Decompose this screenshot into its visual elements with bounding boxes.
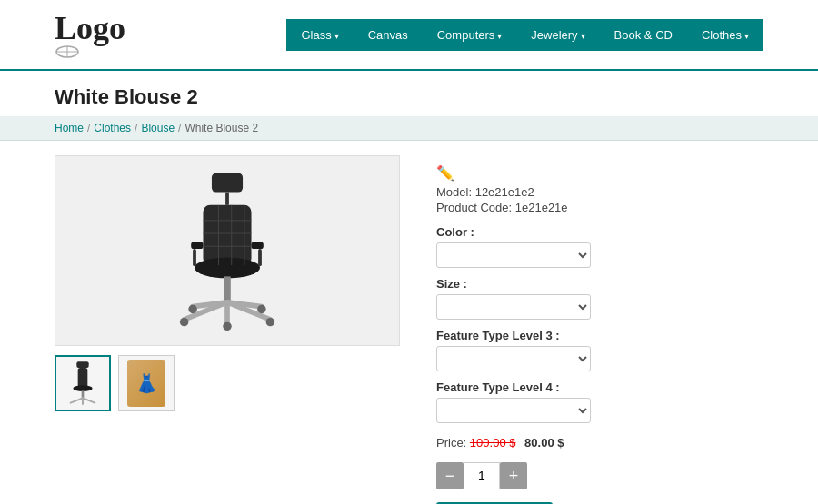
breadcrumb-blouse[interactable]: Blouse bbox=[141, 122, 175, 134]
breadcrumb-home[interactable]: Home bbox=[55, 122, 84, 134]
qty-increase-button[interactable]: + bbox=[500, 462, 527, 489]
model-value: 12e21e1e2 bbox=[475, 185, 534, 199]
nav-item-jewelery[interactable]: Jewelery▾ bbox=[516, 19, 599, 51]
thumbnail-1[interactable] bbox=[55, 355, 111, 411]
svg-point-6 bbox=[195, 258, 260, 279]
svg-rect-7 bbox=[224, 276, 231, 301]
svg-rect-4 bbox=[225, 193, 229, 205]
breadcrumb-sep-3: / bbox=[178, 122, 181, 134]
code-value: 1e21e21e bbox=[515, 201, 568, 214]
nav-item-canvas[interactable]: Canvas bbox=[354, 19, 423, 51]
breadcrumb-sep-2: / bbox=[135, 122, 137, 134]
logo: Logo bbox=[55, 9, 125, 60]
price-label: Price: bbox=[436, 436, 466, 450]
breadcrumb-current: White Blouse 2 bbox=[185, 122, 258, 134]
thumbnail-2[interactable]: 👗 bbox=[118, 355, 175, 411]
nav-item-computers[interactable]: Computers▾ bbox=[423, 19, 517, 51]
page-title-bar: White Blouse 2 bbox=[0, 71, 818, 116]
svg-point-13 bbox=[180, 318, 188, 326]
svg-line-32 bbox=[71, 398, 83, 402]
svg-rect-19 bbox=[252, 242, 264, 250]
nav-bar: Glass▾ Canvas Computers▾ Jewelery▾ Book … bbox=[286, 19, 763, 51]
feature3-label: Feature Type Level 3 : bbox=[436, 329, 763, 342]
nav-item-bookcd[interactable]: Book & CD bbox=[600, 19, 687, 51]
svg-rect-20 bbox=[193, 249, 196, 266]
nav-item-glass[interactable]: Glass▾ bbox=[286, 19, 353, 51]
product-details: ✏️ Model: 12e21e1e2 Product Code: 1e21e2… bbox=[436, 155, 763, 504]
price-new: 80.00 $ bbox=[524, 436, 564, 450]
size-select[interactable] bbox=[436, 294, 591, 320]
main-content: 👗 ✏️ Model: 12e21e1e2 Product Code: 1e21… bbox=[0, 141, 818, 504]
breadcrumb-clothes[interactable]: Clothes bbox=[94, 122, 131, 134]
logo-text: Logo bbox=[55, 9, 125, 47]
code-label: Product Code: bbox=[436, 201, 512, 214]
svg-rect-29 bbox=[78, 368, 88, 387]
svg-rect-31 bbox=[82, 390, 85, 398]
svg-rect-21 bbox=[258, 249, 262, 266]
svg-rect-18 bbox=[191, 242, 203, 250]
nav-item-clothes[interactable]: Clothes▾ bbox=[687, 19, 763, 51]
model-info: Model: 12e21e1e2 bbox=[436, 185, 763, 199]
svg-point-14 bbox=[266, 318, 274, 326]
feature4-select[interactable] bbox=[436, 398, 591, 423]
breadcrumb: Home / Clothes / Blouse / White Blouse 2 bbox=[55, 122, 763, 134]
svg-point-30 bbox=[73, 385, 92, 391]
size-label: Size : bbox=[436, 277, 763, 291]
svg-rect-3 bbox=[212, 173, 243, 193]
color-label: Color : bbox=[436, 225, 763, 239]
main-product-image bbox=[55, 155, 400, 346]
svg-point-17 bbox=[257, 305, 265, 313]
header: Logo Glass▾ Canvas Computers▾ Jewelery▾ … bbox=[0, 0, 818, 71]
price-row: Price: 100.00 $ 80.00 $ bbox=[436, 436, 763, 450]
feature3-select[interactable] bbox=[436, 346, 591, 371]
product-image-svg bbox=[155, 169, 300, 332]
color-select[interactable] bbox=[436, 242, 591, 268]
breadcrumb-sep-1: / bbox=[87, 122, 90, 134]
quantity-row: − + bbox=[436, 462, 763, 489]
product-code: Product Code: 1e21e21e bbox=[436, 201, 763, 214]
svg-line-33 bbox=[83, 398, 95, 402]
price-old: 100.00 $ bbox=[470, 436, 516, 450]
svg-point-15 bbox=[223, 322, 231, 331]
svg-rect-28 bbox=[76, 361, 88, 368]
quantity-input[interactable] bbox=[464, 462, 500, 489]
thumbnail-1-img bbox=[65, 361, 101, 406]
main-nav: Glass▾ Canvas Computers▾ Jewelery▾ Book … bbox=[286, 19, 763, 51]
product-image-section: 👗 bbox=[55, 155, 400, 504]
svg-point-16 bbox=[188, 305, 196, 313]
logo-icon bbox=[55, 44, 80, 60]
page-title: White Blouse 2 bbox=[55, 85, 763, 109]
qty-decrease-button[interactable]: − bbox=[436, 462, 464, 489]
feature4-label: Feature Type Level 4 : bbox=[436, 380, 763, 394]
thumbnails: 👗 bbox=[55, 355, 400, 411]
breadcrumb-bar: Home / Clothes / Blouse / White Blouse 2 bbox=[0, 116, 818, 141]
model-label: Model: bbox=[436, 185, 472, 199]
edit-icon: ✏️ bbox=[436, 164, 763, 182]
